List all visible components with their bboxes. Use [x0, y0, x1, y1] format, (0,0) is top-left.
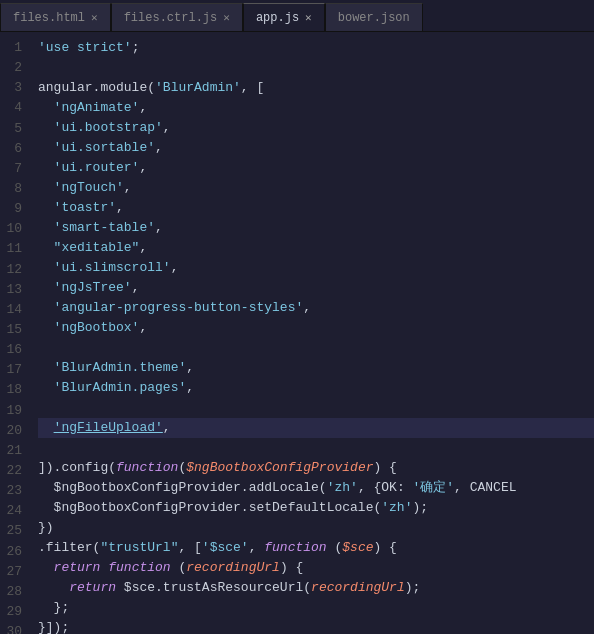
line-25: })	[38, 518, 594, 538]
line-11: "xeditable",	[38, 238, 594, 258]
line-26: .filter("trustUrl", ['$sce', function ($…	[38, 538, 594, 558]
tab-bower-json[interactable]: bower.json	[325, 3, 423, 31]
line-7: 'ui.router',	[38, 158, 594, 178]
line-13: 'ngJsTree',	[38, 278, 594, 298]
line-8: 'ngTouch',	[38, 178, 594, 198]
tab-close-icon[interactable]: ✕	[91, 11, 98, 24]
tab-close-icon[interactable]: ✕	[223, 11, 230, 24]
line-18: 'BlurAdmin.pages',	[38, 378, 594, 398]
tab-bar: files.html ✕ files.ctrl.js ✕ app.js ✕ bo…	[0, 0, 594, 32]
line-15: 'ngBootbox',	[38, 318, 594, 338]
line-22: ]).config(function($ngBootboxConfigProvi…	[38, 458, 594, 478]
tab-label: bower.json	[338, 11, 410, 25]
tab-label: files.html	[13, 11, 85, 25]
line-19	[38, 398, 594, 418]
line-5: 'ui.bootstrap',	[38, 118, 594, 138]
line-14: 'angular-progress-button-styles',	[38, 298, 594, 318]
line-10: 'smart-table',	[38, 218, 594, 238]
line-2	[38, 58, 594, 78]
line-17: 'BlurAdmin.theme',	[38, 358, 594, 378]
line-6: 'ui.sortable',	[38, 138, 594, 158]
line-21	[38, 438, 594, 458]
line-23: $ngBootboxConfigProvider.addLocale('zh',…	[38, 478, 594, 498]
tab-files-html[interactable]: files.html ✕	[0, 3, 111, 31]
line-numbers: 1 2 3 4 5 6 7 8 9 10 11 12 13 14 15 16 1…	[0, 32, 30, 634]
tab-label: files.ctrl.js	[124, 11, 218, 25]
line-9: 'toastr',	[38, 198, 594, 218]
line-20: 'ngFileUpload',	[38, 418, 594, 438]
line-12: 'ui.slimscroll',	[38, 258, 594, 278]
line-3: angular.module('BlurAdmin', [	[38, 78, 594, 98]
tab-files-ctrl[interactable]: files.ctrl.js ✕	[111, 3, 243, 31]
line-27: return function (recordingUrl) {	[38, 558, 594, 578]
tab-close-icon[interactable]: ✕	[305, 11, 312, 24]
line-16	[38, 338, 594, 358]
line-30: }]);	[38, 618, 594, 634]
line-1: 'use strict';	[38, 38, 594, 58]
tab-label: app.js	[256, 11, 299, 25]
code-editor: 1 2 3 4 5 6 7 8 9 10 11 12 13 14 15 16 1…	[0, 32, 594, 634]
line-28: return $sce.trustAsResourceUrl(recording…	[38, 578, 594, 598]
code-content[interactable]: 'use strict'; angular.module('BlurAdmin'…	[30, 32, 594, 634]
line-24: $ngBootboxConfigProvider.setDefaultLocal…	[38, 498, 594, 518]
line-4: 'ngAnimate',	[38, 98, 594, 118]
line-29: };	[38, 598, 594, 618]
tab-app-js[interactable]: app.js ✕	[243, 3, 325, 31]
